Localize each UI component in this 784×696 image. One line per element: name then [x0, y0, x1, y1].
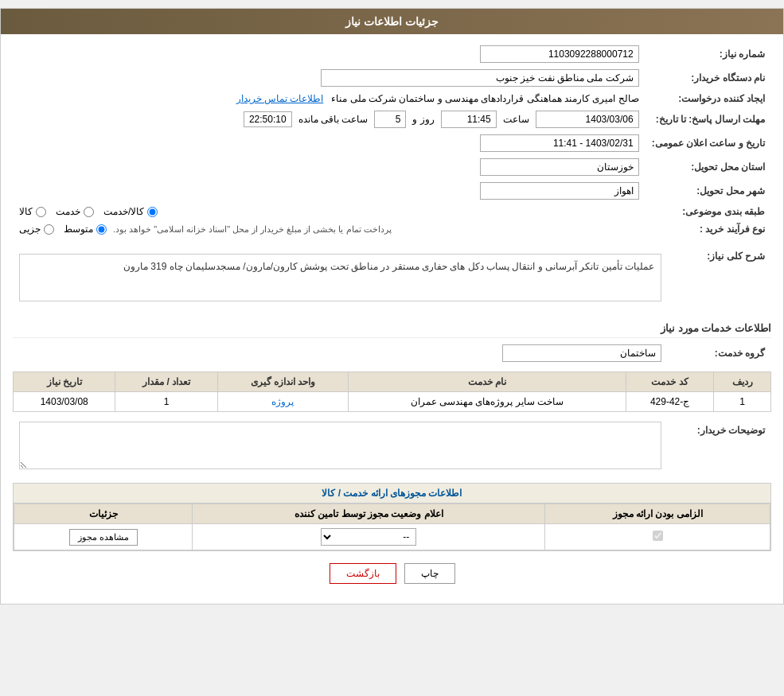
info-table: شماره نیاز: نام دستگاه خریدار: ایجاد کنن…: [13, 42, 771, 238]
creator-value: صالح امیری کارمند هماهنگی قراردادهای مهن…: [13, 90, 646, 107]
buyer-notes-value: [13, 418, 668, 475]
announce-value: [13, 131, 646, 155]
creator-label: ایجاد کننده درخواست:: [646, 90, 771, 107]
province-label: استان محل تحویل:: [646, 155, 771, 179]
perm-required-cell: [545, 524, 770, 550]
province-value: [13, 155, 646, 179]
category-kala-khedmat-text: کالا/خدمت: [103, 206, 144, 217]
city-row: شهر محل تحویل:: [13, 179, 771, 203]
deadline-days-label: روز و: [412, 114, 434, 125]
announce-row: تاریخ و ساعت اعلان عمومی:: [13, 131, 771, 155]
services-section-title: اطلاعات خدمات مورد نیاز: [13, 317, 771, 338]
permissions-row: -- مشاهده مجوز: [14, 524, 770, 550]
description-text: عملیات تأمین تانکر آبرسانی و انتقال پساب…: [123, 261, 654, 272]
need-number-value: [13, 42, 646, 66]
purchase-motovaset-radio[interactable]: [96, 224, 107, 235]
service-group-input[interactable]: [502, 344, 661, 362]
deadline-label: مهلت ارسال پاسخ: تا تاریخ:: [646, 107, 771, 131]
purchase-motovaset-label[interactable]: متوسط: [64, 224, 107, 235]
countdown-label: ساعت باقی مانده: [298, 114, 369, 125]
countdown-value: 22:50:10: [244, 111, 292, 127]
category-kala-khedmat-radio[interactable]: [147, 207, 158, 217]
buyer-notes-row: توضیحات خریدار:: [13, 418, 771, 475]
deadline-days-input[interactable]: [374, 111, 406, 128]
deadline-time-label: ساعت: [503, 114, 529, 125]
need-number-row: شماره نیاز:: [13, 42, 771, 66]
col-service-code: کد خدمت: [626, 372, 714, 392]
deadline-value: ساعت روز و ساعت باقی مانده 22:50:10: [13, 107, 646, 131]
table-row: 1 ج-42-429 ساخت سایر پروژه‌های مهندسی عم…: [14, 392, 771, 412]
purchase-jozii-radio[interactable]: [44, 224, 54, 235]
cell-service-code: ج-42-429: [626, 392, 714, 412]
purchase-type-label: نوع فرآیند خرید :: [646, 220, 771, 238]
purchase-type-radio-group: جزیی متوسط: [19, 224, 107, 235]
purchase-jozii-text: جزیی: [19, 224, 41, 235]
need-number-label: شماره نیاز:: [646, 42, 771, 66]
description-value: عملیات تأمین تانکر آبرسانی و انتقال پساب…: [13, 244, 668, 311]
city-value: [13, 179, 646, 203]
cell-service-name: ساخت سایر پروژه‌های مهندسی عمران: [349, 392, 626, 412]
cell-quantity: 1: [115, 392, 217, 412]
buyer-org-label: نام دستگاه خریدار:: [646, 66, 771, 90]
city-label: شهر محل تحویل:: [646, 179, 771, 203]
col-unit: واحد اندازه گیری: [217, 372, 348, 392]
page-wrapper: جزئیات اطلاعات نیاز شماره نیاز: نام دستگ…: [0, 8, 784, 605]
header-title: جزئیات اطلاعات نیاز: [345, 15, 439, 28]
service-group-row: گروه خدمت:: [13, 341, 771, 365]
buyer-notes-table: توضیحات خریدار:: [13, 418, 771, 475]
col-quantity: تعداد / مقدار: [115, 372, 217, 392]
category-kala-label[interactable]: کالا: [19, 206, 46, 217]
category-khedmat-text: خدمت: [56, 206, 80, 217]
permissions-title: اطلاعات مجوزهای ارائه خدمت / کالا: [322, 488, 462, 499]
buyer-notes-label: توضیحات خریدار:: [668, 418, 771, 475]
purchase-note: پرداخت تمام یا بخشی از مبلغ خریدار از مح…: [113, 224, 392, 235]
description-label: شرح کلی نیاز:: [668, 244, 771, 311]
perm-col-details: جزئیات: [14, 504, 193, 524]
purchase-jozii-label[interactable]: جزیی: [19, 224, 54, 235]
purchase-type-container: جزیی متوسط پرداخت تمام یا بخشی از مبلغ خ…: [19, 224, 639, 235]
category-row: طبقه بندی موضوعی: کالا خدمت: [13, 203, 771, 220]
cell-unit: پروژه: [217, 392, 348, 412]
announce-input[interactable]: [480, 134, 639, 152]
permissions-table-header: الزامی بودن ارائه مجوز اعلام وضعیت مجوز …: [14, 504, 770, 524]
contact-link[interactable]: اطلاعات تماس خریدار: [236, 93, 324, 104]
perm-status-cell: --: [193, 524, 545, 550]
perm-col-status: اعلام وضعیت مجوز توسط تامین کننده: [193, 504, 545, 524]
category-label: طبقه بندی موضوعی:: [646, 203, 771, 220]
permissions-table: الزامی بودن ارائه مجوز اعلام وضعیت مجوز …: [14, 504, 770, 550]
deadline-row: مهلت ارسال پاسخ: تا تاریخ: ساعت روز و سا…: [13, 107, 771, 131]
buyer-org-input[interactable]: [321, 69, 639, 87]
deadline-date-input[interactable]: [536, 111, 639, 128]
city-input[interactable]: [480, 182, 639, 200]
print-button[interactable]: چاپ: [404, 563, 455, 584]
perm-status-select[interactable]: --: [321, 528, 416, 546]
perm-details-cell: مشاهده مجوز: [14, 524, 193, 550]
need-number-input[interactable]: [480, 45, 639, 63]
province-input[interactable]: [480, 158, 639, 176]
services-data-table: ردیف کد خدمت نام خدمت واحد اندازه گیری ت…: [13, 371, 771, 412]
col-row-num: ردیف: [714, 372, 771, 392]
category-kala-khedmat-label[interactable]: کالا/خدمت: [103, 206, 158, 217]
cell-date: 1403/03/08: [14, 392, 115, 412]
permissions-header: اطلاعات مجوزهای ارائه خدمت / کالا: [14, 484, 770, 504]
permissions-section: اطلاعات مجوزهای ارائه خدمت / کالا الزامی…: [13, 483, 771, 551]
category-khedmat-label[interactable]: خدمت: [56, 206, 94, 217]
category-radios: کالا خدمت کالا/خدمت: [13, 203, 646, 220]
services-table-header: ردیف کد خدمت نام خدمت واحد اندازه گیری ت…: [14, 372, 771, 392]
deadline-time-input[interactable]: [441, 111, 497, 128]
perm-required-checkbox: [653, 531, 663, 541]
purchase-motovaset-text: متوسط: [64, 224, 93, 235]
description-table: شرح کلی نیاز: عملیات تأمین تانکر آبرسانی…: [13, 244, 771, 311]
creator-row: ایجاد کننده درخواست: صالح امیری کارمند ه…: [13, 90, 771, 107]
category-khedmat-radio[interactable]: [84, 207, 94, 217]
buyer-org-value: [13, 66, 646, 90]
back-button[interactable]: بازگشت: [330, 563, 396, 584]
buyer-notes-textarea[interactable]: [19, 422, 661, 469]
purchase-type-row: نوع فرآیند خرید : جزیی متوسط: [13, 220, 771, 238]
cell-row-num: 1: [714, 392, 771, 412]
service-group-table: گروه خدمت:: [13, 341, 771, 365]
description-row: شرح کلی نیاز: عملیات تأمین تانکر آبرسانی…: [13, 244, 771, 311]
view-permit-button[interactable]: مشاهده مجوز: [69, 529, 138, 546]
deadline-countdown-row: ساعت روز و ساعت باقی مانده 22:50:10: [19, 111, 639, 128]
category-kala-radio[interactable]: [36, 207, 46, 217]
